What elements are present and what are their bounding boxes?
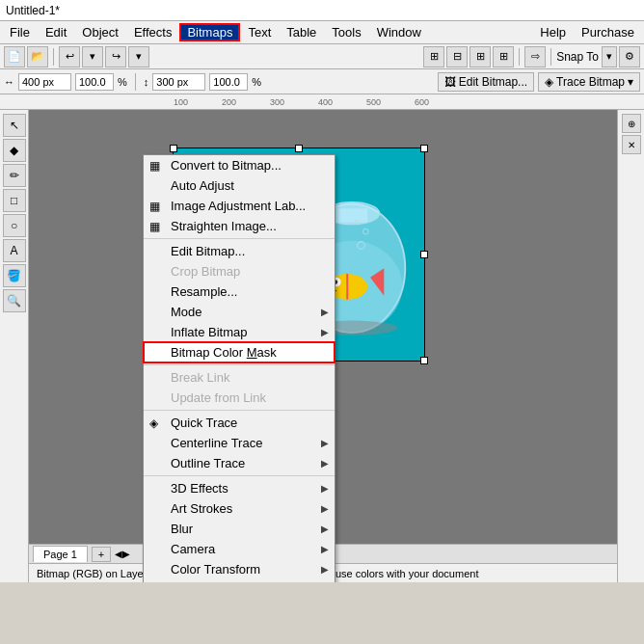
snap-dropdown[interactable]: ▾ <box>602 46 617 67</box>
grid-btn1[interactable]: ⊞ <box>423 46 444 67</box>
menu-camera[interactable]: Camera <box>144 539 335 559</box>
menu-contour[interactable]: Contour <box>144 579 335 582</box>
inflate-label: Inflate Bitmap <box>171 325 248 339</box>
menu-convert-to-bitmap[interactable]: ▦ Convert to Bitmap... <box>144 155 335 175</box>
menu-object[interactable]: Object <box>74 23 126 41</box>
handle-br[interactable] <box>420 357 428 364</box>
handle-mr[interactable] <box>420 251 428 258</box>
node-tool[interactable]: ◆ <box>3 139 26 162</box>
next-page-btn[interactable]: ▶ <box>122 549 130 559</box>
resample-label: Resample... <box>171 284 237 299</box>
sep-3 <box>144 410 335 411</box>
menu-mode[interactable]: Mode <box>144 302 335 322</box>
width-input[interactable] <box>18 73 71 91</box>
pct1: % <box>118 76 127 88</box>
rect-tool[interactable]: □ <box>3 189 26 212</box>
menu-file[interactable]: File <box>2 23 38 41</box>
undo-drop[interactable]: ▾ <box>82 46 103 67</box>
menu-window[interactable]: Window <box>369 23 429 41</box>
menu-art-strokes[interactable]: Art Strokes <box>144 498 335 519</box>
menu-centerline[interactable]: Centerline Trace <box>144 433 335 453</box>
ellipse-tool[interactable]: ○ <box>3 214 26 237</box>
menu-table[interactable]: Table <box>279 23 324 41</box>
menu-effects[interactable]: Effects <box>126 23 180 41</box>
grid-btn2[interactable]: ⊟ <box>446 46 468 67</box>
menu-tools[interactable]: Tools <box>324 23 368 41</box>
quick-trace-label: Quick Trace <box>171 416 237 430</box>
trace-bitmap-btn[interactable]: ◈ Trace Bitmap ▾ <box>538 72 640 92</box>
menu-color-transform[interactable]: Color Transform <box>144 559 335 579</box>
update-link-label: Update from Link <box>171 390 266 405</box>
svg-rect-3 <box>336 208 367 222</box>
menu-help[interactable]: Help <box>532 23 574 41</box>
edit-bitmap-btn[interactable]: 🖼 Edit Bitmap... <box>438 72 534 92</box>
handle-tc[interactable] <box>295 145 303 152</box>
menu-edit-bitmap[interactable]: Edit Bitmap... <box>144 241 335 261</box>
right-panel: ⊕ ✕ <box>617 110 644 582</box>
export-btn[interactable]: ⇨ <box>524 46 546 67</box>
toolbar-coords: ↔ % ↕ % 🖼 Edit Bitmap... ◈ Trace Bitmap … <box>0 69 644 94</box>
right-btn2[interactable]: ✕ <box>622 135 641 154</box>
ruler-mark-400: 400 <box>318 97 366 107</box>
edit-bmp-label: Edit Bitmap... <box>171 244 245 258</box>
image-adj-icon: ▦ <box>149 200 160 213</box>
menu-edit[interactable]: Edit <box>38 23 74 41</box>
add-page-btn[interactable]: + <box>92 547 111 562</box>
blur-label: Blur <box>171 522 193 536</box>
sep1 <box>53 48 54 66</box>
menu-3d-effects[interactable]: 3D Effects <box>144 478 335 498</box>
height-input[interactable] <box>152 73 205 91</box>
menu-purchase[interactable]: Purchase <box>574 23 642 41</box>
break-link-label: Break Link <box>171 370 229 385</box>
left-toolbar: ↖ ◆ ✏ □ ○ A 🪣 🔍 <box>0 110 29 582</box>
main-area: ↖ ◆ ✏ □ ○ A 🪣 🔍 <box>0 110 644 582</box>
redo-btn[interactable]: ↪ <box>105 46 126 67</box>
menu-straighten[interactable]: ▦ Straighten Image... <box>144 216 335 236</box>
undo-btn[interactable]: ↩ <box>59 46 80 67</box>
canvas-area: ▦ Convert to Bitmap... Auto Adjust ▦ Ima… <box>29 110 617 582</box>
right-btn1[interactable]: ⊕ <box>622 114 641 133</box>
menu-blur[interactable]: Blur <box>144 519 335 539</box>
menu-quick-trace[interactable]: ◈ Quick Trace <box>144 413 335 433</box>
ruler-mark-100: 100 <box>174 97 222 107</box>
ruler-mark-200: 200 <box>222 97 270 107</box>
menu-text[interactable]: Text <box>240 23 279 41</box>
redo-drop[interactable]: ▾ <box>128 46 149 67</box>
select-tool[interactable]: ↖ <box>3 114 26 137</box>
quick-trace-icon: ◈ <box>149 416 158 430</box>
grid-btn4[interactable]: ⊞ <box>493 46 514 67</box>
new-btn[interactable]: 📄 <box>4 46 25 67</box>
sep-v <box>135 73 136 91</box>
menu-outline-trace[interactable]: Outline Trace <box>144 453 335 473</box>
menu-image-adjustment[interactable]: ▦ Image Adjustment Lab... <box>144 196 335 216</box>
open-btn[interactable]: 📂 <box>27 46 48 67</box>
trace-label: Trace Bitmap <box>556 75 625 89</box>
width-pct-input[interactable] <box>75 73 114 91</box>
image-adj-label: Image Adjustment Lab... <box>171 199 306 213</box>
outline-trace-label: Outline Trace <box>171 456 245 470</box>
grid-btn3[interactable]: ⊞ <box>470 46 491 67</box>
zoom-tool[interactable]: 🔍 <box>3 289 26 312</box>
camera-label: Camera <box>171 542 215 556</box>
page-tab-1[interactable]: Page 1 <box>33 546 88 562</box>
convert-icon: ▦ <box>149 159 160 173</box>
auto-adjust-label: Auto Adjust <box>171 178 234 193</box>
freehand-tool[interactable]: ✏ <box>3 164 26 187</box>
menu-bitmaps[interactable]: Bitmaps <box>179 23 240 41</box>
menu-color-mask[interactable]: Bitmap Color Mask <box>144 342 335 362</box>
prev-page-btn[interactable]: ◀ <box>115 549 122 559</box>
sep-4 <box>144 475 335 476</box>
height-pct-input[interactable] <box>209 73 248 91</box>
menu-crop-bitmap: Crop Bitmap <box>144 261 335 282</box>
text-tool[interactable]: A <box>3 239 26 262</box>
menu-inflate[interactable]: Inflate Bitmap <box>144 322 335 342</box>
menu-auto-adjust[interactable]: Auto Adjust <box>144 175 335 196</box>
snap-area: Snap To ▾ <box>556 46 617 67</box>
menu-resample[interactable]: Resample... <box>144 282 335 302</box>
fill-tool[interactable]: 🪣 <box>3 264 26 287</box>
handle-tr[interactable] <box>420 145 428 152</box>
settings-btn[interactable]: ⚙ <box>619 46 640 67</box>
handle-tl[interactable] <box>170 145 177 152</box>
color-transform-label: Color Transform <box>171 562 260 577</box>
ruler-mark-300: 300 <box>270 97 318 107</box>
